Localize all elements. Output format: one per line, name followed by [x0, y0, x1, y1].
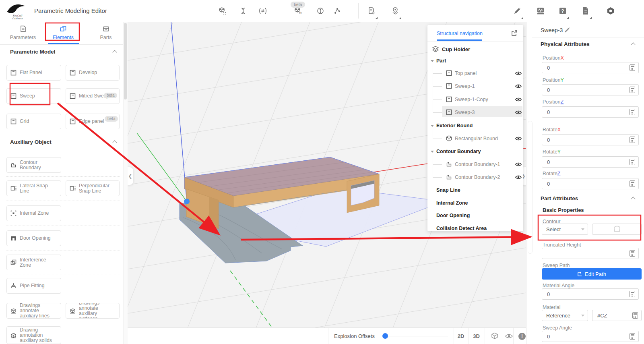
calculator-icon[interactable] — [630, 64, 635, 71]
material-value[interactable] — [597, 312, 632, 319]
material-angle-value[interactable] — [546, 291, 630, 298]
tree-item-top-panel[interactable]: Top panel — [427, 68, 523, 79]
2d-mode-button[interactable]: 2D — [454, 328, 468, 344]
rotate-z-value[interactable] — [546, 180, 630, 187]
develop-button[interactable]: Develop — [66, 65, 120, 81]
visibility-eye-icon[interactable] — [515, 162, 522, 167]
calculator-icon[interactable] — [632, 312, 638, 319]
rotate-y-input[interactable] — [542, 156, 639, 168]
tree-item-contour-boundary-1[interactable]: Contour Boundary-1 — [427, 159, 523, 170]
rotate-z-input[interactable] — [542, 178, 639, 189]
dropdown-caret-icon[interactable] — [376, 17, 378, 19]
document-export-icon[interactable] — [367, 7, 376, 15]
collapse-chevron-icon[interactable] — [631, 197, 635, 201]
calculator-icon[interactable] — [630, 333, 635, 340]
pipe-fitting-button[interactable]: Pipe Fitting — [6, 278, 61, 294]
material-select[interactable]: Reference — [542, 310, 588, 321]
activity-chart-icon[interactable] — [537, 7, 545, 15]
tree-item-sweep-3-selected[interactable]: Sweep-3 — [427, 107, 523, 118]
collapse-chevron-icon[interactable] — [631, 42, 635, 47]
rename-pencil-icon[interactable] — [564, 27, 570, 33]
material-angle-input[interactable] — [542, 288, 639, 300]
contour-select[interactable]: Select — [542, 224, 588, 235]
position-z-value[interactable] — [546, 109, 630, 116]
tree-group-part[interactable]: Part — [427, 55, 523, 66]
visibility-eye-icon[interactable] — [515, 84, 522, 89]
tree-root-cup-holder[interactable]: Cup Holder — [427, 44, 523, 55]
sweep-angle-value[interactable] — [546, 333, 630, 340]
warning-icon[interactable]: ! — [518, 333, 526, 340]
visibility-eye-icon[interactable] — [515, 175, 522, 180]
tree-item-rectangular-bound[interactable]: Rectangular Bound — [427, 133, 523, 144]
rotate-vertical-icon[interactable] — [316, 7, 324, 15]
expander-caret-icon[interactable] — [431, 151, 434, 153]
sweep-button[interactable]: Sweep — [6, 88, 61, 104]
3d-mode-button[interactable]: 3D — [468, 328, 485, 344]
explosion-offsets-slider[interactable] — [388, 336, 448, 336]
calculator-icon[interactable] — [630, 291, 635, 297]
position-y-value[interactable] — [546, 87, 630, 93]
help-icon[interactable]: ? — [559, 7, 567, 15]
collapse-chevron-icon[interactable] — [112, 50, 117, 54]
dropdown-caret-icon[interactable] — [399, 17, 401, 19]
calculator-icon[interactable] — [630, 137, 635, 143]
position-y-input[interactable] — [542, 84, 639, 95]
grid-button[interactable]: Grid — [6, 114, 61, 129]
rotate-x-value[interactable] — [546, 137, 630, 143]
sweep-angle-input[interactable] — [542, 331, 639, 342]
interference-zone-button[interactable]: Interference Zone — [6, 255, 61, 270]
tab-parameters[interactable]: Parameters — [7, 25, 39, 40]
calculator-icon[interactable] — [630, 159, 635, 165]
material-value-input[interactable] — [592, 310, 642, 321]
collapse-chevron-icon[interactable] — [112, 140, 117, 145]
origin-point[interactable] — [184, 199, 190, 204]
tree-item-sweep-1-copy[interactable]: Sweep-1-Copy — [427, 94, 523, 105]
tab-elements[interactable]: Elements — [47, 25, 79, 40]
locate-layers-icon[interactable] — [391, 7, 399, 15]
truncated-height-input[interactable] — [542, 248, 639, 259]
expander-caret-icon[interactable] — [431, 60, 434, 62]
contour-boundary-button[interactable]: Contour Boundary — [6, 157, 61, 173]
truncated-height-value[interactable] — [546, 250, 630, 257]
drawings-annotate-surfaces-button[interactable]: Drawings annotate auxiliary surfaces — [66, 303, 120, 319]
rotate-y-value[interactable] — [546, 159, 630, 166]
visibility-eye-icon[interactable] — [515, 97, 522, 102]
calculator-icon[interactable] — [630, 109, 635, 115]
knot-icon[interactable] — [239, 7, 247, 15]
expand-panel-icon[interactable] — [511, 30, 518, 36]
position-z-input[interactable] — [542, 106, 639, 118]
explosion-offsets-slider-handle[interactable] — [382, 333, 388, 339]
swap-parens-icon[interactable] — [259, 7, 267, 15]
tree-group-door-opening[interactable]: Door Opening — [427, 210, 523, 221]
nodes-icon[interactable] — [333, 7, 341, 15]
perpendicular-snap-line-button[interactable]: Perpendicular Snap Line — [66, 180, 120, 196]
tree-group-snap-line[interactable]: Snap Line — [427, 184, 523, 196]
collapse-left-panel-handle[interactable]: ❮ — [128, 167, 134, 185]
structural-navigation-tab[interactable]: Structural navigation — [437, 31, 483, 36]
pencil-icon[interactable] — [513, 7, 521, 15]
settings-nut-icon[interactable] — [607, 7, 615, 15]
calculator-icon[interactable] — [630, 180, 635, 187]
drawing-annotation-solids-button[interactable]: Drawing annotation auxiliary solids — [6, 326, 61, 344]
position-x-value[interactable] — [546, 64, 630, 71]
visibility-eye-icon[interactable] — [515, 136, 522, 141]
calculator-icon[interactable] — [630, 87, 635, 93]
internal-zone-button[interactable]: Internal Zone — [6, 205, 61, 221]
edit-path-button[interactable]: Edit Path — [542, 268, 642, 280]
lateral-snap-line-button[interactable]: Lateral Snap Line — [6, 180, 61, 196]
drawings-annotate-lines-button[interactable]: Drawings annotate auxiliary lines — [6, 303, 61, 319]
dropdown-caret-icon[interactable] — [590, 17, 592, 19]
cube-grid-icon[interactable] — [219, 7, 227, 15]
tree-item-sweep-1[interactable]: Sweep-1 — [427, 81, 523, 92]
visibility-eye-icon[interactable] — [505, 334, 513, 339]
calculator-icon[interactable] — [630, 250, 635, 257]
visibility-eye-icon[interactable] — [515, 71, 522, 76]
cube-view-icon[interactable] — [491, 332, 498, 340]
door-opening-button[interactable]: Door Opening — [6, 230, 61, 246]
tree-group-contour-boundary[interactable]: Contour Boundary — [427, 146, 523, 157]
tree-group-collision-detect-area[interactable]: Collision Detect Area — [427, 223, 523, 231]
tree-group-internal-zone[interactable]: Internal Zone — [427, 197, 523, 209]
contour-preview[interactable] — [592, 224, 642, 235]
sidebar-scrollbar-thumb[interactable] — [124, 23, 127, 99]
dropdown-caret-icon[interactable] — [567, 17, 569, 19]
